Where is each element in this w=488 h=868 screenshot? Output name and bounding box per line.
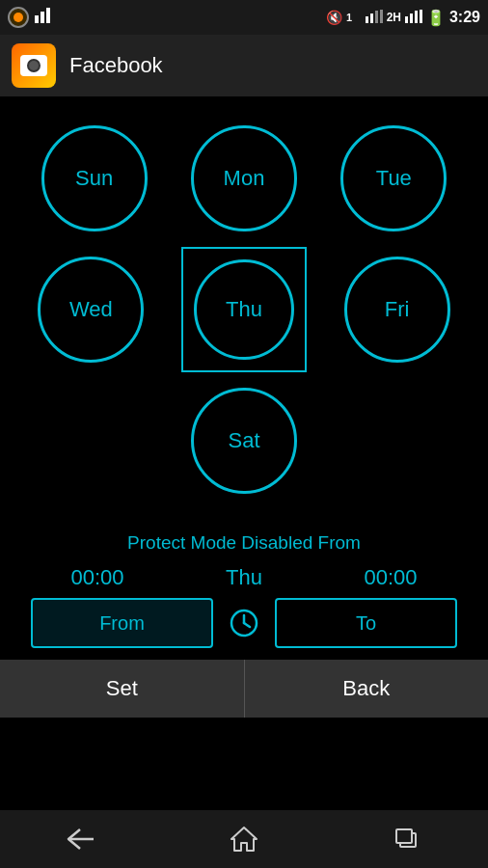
signal-bars-icon [366,10,383,26]
status-bar: 🔇 1 2H 🔋 3:29 [0,0,488,35]
day-sun[interactable]: Sun [41,125,148,231]
status-left [8,7,54,28]
signal-1-icon: 1 [346,10,362,26]
set-button[interactable]: Set [0,660,245,718]
from-button[interactable]: From [31,598,213,648]
signal-2-icon: 2H [387,11,401,24]
day-sat[interactable]: Sat [191,388,297,494]
days-row-3: Sat [19,388,469,494]
svg-rect-9 [410,14,413,23]
app-header: Facebook [0,35,488,96]
days-row-2: Wed Thu Fri [19,247,469,372]
days-grid: Sun Mon Tue Wed [0,116,488,523]
signal-3-icon [405,10,422,26]
protect-section: Protect Mode Disabled From 00:00 Thu 00:… [0,523,488,648]
bars-icon [35,8,54,27]
action-row: Set Back [0,660,488,718]
battery-icon: 🔋 [426,9,446,27]
svg-rect-4 [366,16,368,23]
app-icon [12,43,56,88]
to-button[interactable]: To [275,598,457,648]
day-fri[interactable]: Fri [344,257,450,363]
main-content: Sun Mon Tue Wed [0,96,488,718]
svg-rect-11 [420,10,422,23]
svg-rect-0 [35,15,39,23]
day-wed[interactable]: Wed [38,257,144,363]
selected-day-display: Thu [205,565,283,590]
svg-line-14 [244,623,250,627]
from-to-row: From To [19,598,469,648]
day-thu[interactable]: Thu [181,247,307,372]
svg-rect-10 [415,11,418,23]
svg-marker-16 [231,827,257,851]
recent-apps-button[interactable] [378,820,436,858]
svg-text:1: 1 [346,12,352,23]
svg-rect-5 [370,14,373,23]
from-time-value: 00:00 [49,565,146,590]
clock-icon [221,600,267,646]
app-title: Facebook [69,53,163,78]
notification-icon [8,7,29,28]
clock-time: 3:29 [449,9,480,26]
svg-rect-6 [375,11,378,23]
svg-rect-7 [380,10,383,23]
home-nav-button[interactable] [215,820,273,858]
back-nav-button[interactable] [52,820,110,858]
protect-title: Protect Mode Disabled From [19,532,469,554]
status-right: 🔇 1 2H 🔋 3:29 [326,9,480,27]
nav-bar [0,810,488,868]
days-row-1: Sun Mon Tue [19,125,469,231]
day-mon[interactable]: Mon [191,125,297,231]
to-time-value: 00:00 [342,565,439,590]
back-button[interactable]: Back [245,660,489,718]
camera-lens-icon [27,59,41,72]
svg-rect-1 [41,12,44,23]
svg-rect-8 [405,16,408,23]
mute-icon: 🔇 [326,10,342,25]
app-icon-inner [20,55,47,76]
time-display-row: 00:00 Thu 00:00 [19,565,469,590]
day-tue[interactable]: Tue [340,125,447,231]
svg-rect-2 [46,8,50,23]
